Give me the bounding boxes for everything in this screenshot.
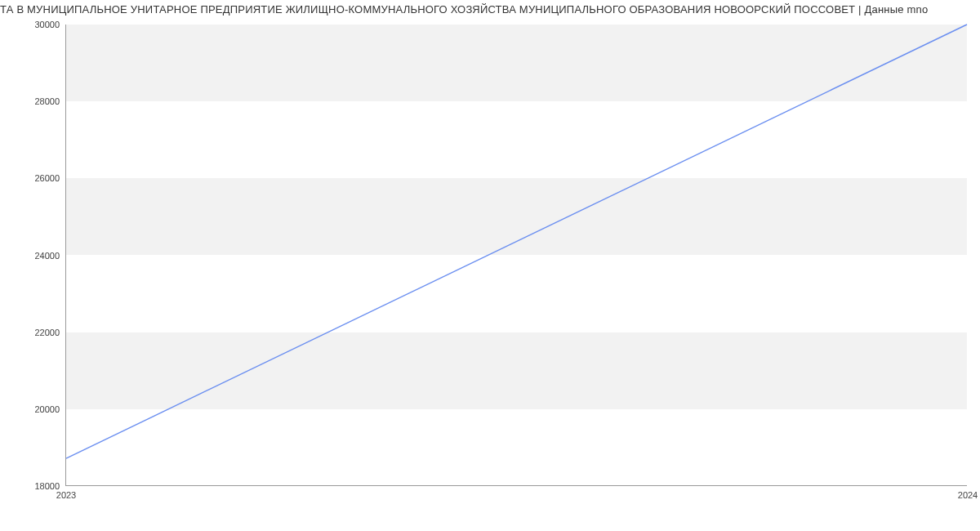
x-tick-label: 2024 [958,490,978,500]
x-tick-label: 2023 [56,490,76,500]
y-tick-label: 26000 [34,173,60,183]
plot-area: 1800020000220002400026000280003000020232… [65,25,967,486]
y-tick-label: 20000 [34,404,60,414]
y-tick-label: 28000 [34,96,60,106]
line-series [66,25,967,485]
y-tick-label: 22000 [34,328,60,337]
chart-container: 1800020000220002400026000280003000020232… [0,20,980,510]
y-tick-label: 30000 [34,20,60,29]
chart-title: ТА В МУНИЦИПАЛЬНОЕ УНИТАРНОЕ ПРЕДПРИЯТИЕ… [0,0,980,16]
y-tick-label: 24000 [34,251,60,261]
